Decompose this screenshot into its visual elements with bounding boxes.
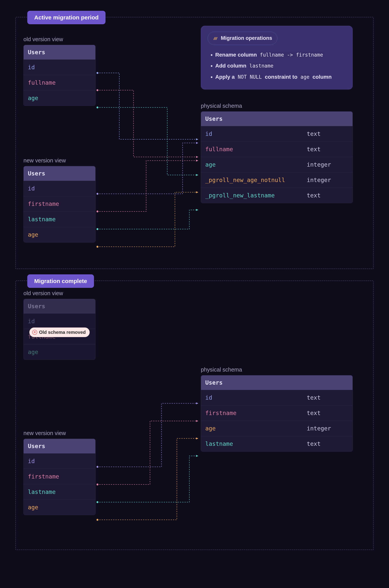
stage-active: Active migration period .conn{fill:none;…: [15, 17, 374, 269]
table-row: fullnametext: [201, 142, 353, 157]
new-view-group: new version view Users id firstname last…: [24, 430, 96, 515]
svg-marker-19: [196, 455, 198, 457]
column-type: text: [302, 188, 353, 203]
old-view-label: old version view: [24, 36, 96, 42]
column-name: fullname: [24, 75, 95, 90]
physical-table-head: Users: [201, 111, 353, 126]
new-view-label: new version view: [24, 157, 96, 164]
stage-badge: Migration complete: [27, 274, 94, 288]
svg-marker-3: [196, 156, 198, 158]
table-row: fullname: [24, 75, 95, 90]
column-name: firstname: [24, 196, 95, 212]
new-view-group: new version view Users id firstname last…: [24, 157, 96, 242]
svg-marker-21: [196, 438, 198, 440]
operation-item: Apply a NOT NULL constraint to age colum…: [215, 72, 346, 82]
svg-marker-13: [196, 191, 198, 193]
column-name: id: [201, 390, 302, 405]
table-row: ageinteger: [201, 157, 353, 172]
column-name: id: [201, 126, 302, 142]
table-row: ageinteger: [201, 421, 353, 436]
column-name: age: [201, 421, 302, 436]
column-name: id: [24, 181, 95, 196]
removed-badge: ✕ Old schema removed: [29, 328, 90, 337]
table-row: lastnametext: [201, 436, 353, 451]
physical-label: physical schema: [201, 103, 353, 109]
new-view-label: new version view: [24, 430, 96, 436]
table-row: id: [24, 453, 95, 469]
old-view-table-head: Users: [24, 45, 95, 59]
svg-point-0: [97, 72, 98, 74]
svg-point-20: [97, 519, 98, 521]
column-name: firstname: [201, 405, 302, 421]
old-view-table: Users id fullname age: [24, 45, 96, 106]
close-circle-icon: ✕: [32, 330, 37, 335]
table-row: age: [24, 90, 95, 106]
table-row: id: [24, 181, 95, 196]
column-name: age: [24, 500, 95, 515]
new-view-table-head: Users: [24, 166, 95, 181]
physical-table: Users idtext fullnametext ageinteger _pg…: [201, 111, 353, 203]
column-name: id: [24, 453, 95, 469]
svg-point-18: [97, 501, 98, 503]
svg-point-14: [97, 466, 98, 468]
old-view-group: old version view Users id fullname age: [24, 36, 96, 106]
table-row: id: [24, 59, 95, 75]
svg-marker-9: [196, 160, 198, 162]
svg-point-4: [97, 107, 98, 109]
column-type: text: [302, 405, 353, 421]
old-view-label: old version view: [24, 290, 96, 296]
column-name: lastname: [24, 212, 95, 227]
svg-marker-7: [196, 142, 198, 144]
table-row: _pgroll_new_lastnametext: [201, 187, 353, 203]
column-type: integer: [302, 421, 353, 436]
svg-marker-11: [196, 209, 198, 211]
column-name: lastname: [24, 484, 95, 500]
svg-point-2: [97, 89, 98, 91]
operation-item: Rename column fullname -> firstname: [215, 50, 346, 59]
new-view-table: Users id firstname lastname age: [24, 439, 96, 515]
svg-point-8: [97, 211, 98, 212]
column-name: age: [24, 344, 95, 360]
migration-icon: [213, 36, 218, 41]
table-row: age: [24, 227, 95, 242]
column-type: integer: [302, 172, 353, 187]
table-row: age: [24, 344, 95, 360]
column-name: firstname: [24, 469, 95, 484]
table-row: age: [24, 500, 95, 515]
column-name: fullname: [201, 142, 302, 157]
column-name: id: [24, 314, 95, 329]
column-type: integer: [302, 157, 353, 172]
table-row: firstname: [24, 469, 95, 484]
old-view-table-head: Users: [24, 299, 95, 313]
physical-table-head: Users: [201, 375, 353, 390]
table-row: id: [24, 313, 95, 329]
svg-marker-1: [196, 138, 198, 140]
column-name: age: [201, 157, 302, 172]
column-type: text: [302, 436, 353, 451]
svg-marker-17: [196, 420, 198, 422]
stage-badge: Active migration period: [27, 11, 105, 24]
svg-point-16: [97, 483, 98, 485]
column-name: age: [24, 227, 95, 242]
physical-group: physical schema Users idtext fullnametex…: [201, 103, 353, 203]
svg-point-12: [97, 246, 98, 248]
physical-table: Users idtext firstnametext ageinteger la…: [201, 375, 353, 452]
stage-complete: Migration complete old version view User…: [15, 281, 374, 550]
operations-title: Migration operations: [208, 32, 277, 45]
svg-point-10: [97, 228, 98, 230]
column-name: id: [24, 60, 95, 75]
old-view-group-removed: old version view Users id fullname age ✕…: [24, 290, 96, 360]
column-type: text: [302, 142, 353, 157]
svg-marker-5: [196, 174, 198, 176]
column-name: lastname: [201, 436, 302, 451]
physical-group: physical schema Users idtext firstnamete…: [201, 367, 353, 452]
table-row: lastname: [24, 484, 95, 500]
column-name: _pgroll_new_lastname: [201, 188, 302, 203]
table-row: idtext: [201, 390, 353, 405]
physical-label: physical schema: [201, 367, 353, 373]
column-name: age: [24, 90, 95, 106]
new-view-table-head: Users: [24, 439, 95, 453]
svg-point-6: [97, 193, 98, 195]
operations-box: Migration operations Rename column fulln…: [201, 26, 353, 89]
operations-list: Rename column fullname -> firstname Add …: [208, 50, 346, 82]
